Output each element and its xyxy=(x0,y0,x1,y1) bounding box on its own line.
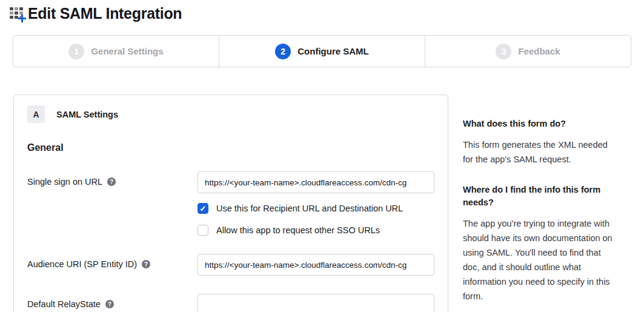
step-number-badge: 1 xyxy=(68,44,84,59)
help-section: Where do I find the info this form needs… xyxy=(463,184,616,304)
help-section: What does this form do? This form genera… xyxy=(463,118,616,167)
other-sso-checkbox-label: Allow this app to request other SSO URLs xyxy=(216,225,380,235)
relay-state-input[interactable] xyxy=(198,294,434,312)
group-title-general: General xyxy=(27,142,434,153)
sso-url-input[interactable] xyxy=(198,171,434,193)
main-content: A SAML Settings General Single sign on U… xyxy=(13,95,644,312)
audience-uri-input[interactable] xyxy=(198,254,434,276)
plus-icon xyxy=(18,15,26,22)
step-general-settings[interactable]: 1 General Settings xyxy=(13,36,219,67)
recipient-url-checkbox[interactable] xyxy=(198,203,208,214)
help-heading: What does this form do? xyxy=(463,118,616,130)
app-grid-add-icon xyxy=(10,5,26,22)
step-number-badge: 2 xyxy=(275,44,291,59)
help-panel: What does this form do? This form genera… xyxy=(463,95,616,312)
other-sso-checkbox-row[interactable]: Allow this app to request other SSO URLs xyxy=(198,225,434,236)
section-header: A SAML Settings xyxy=(27,105,434,123)
step-label: General Settings xyxy=(91,46,163,56)
wizard-steps-bar: 1 General Settings 2 Configure SAML 3 Fe… xyxy=(13,35,631,67)
page-title: Edit SAML Integration xyxy=(28,5,182,22)
recipient-url-checkbox-label: Use this for Recipient URL and Destinati… xyxy=(216,204,403,213)
page-header: Edit SAML Integration xyxy=(0,0,644,22)
step-feedback[interactable]: 3 Feedback xyxy=(425,36,631,67)
step-configure-saml[interactable]: 2 Configure SAML xyxy=(219,36,425,67)
field-row-relay-state: Default RelayState ? If no value is set,… xyxy=(27,294,434,312)
section-letter-badge: A xyxy=(27,105,45,123)
field-row-audience-uri: Audience URI (SP Entity ID) ? xyxy=(27,254,434,276)
step-number-badge: 3 xyxy=(496,44,511,59)
saml-settings-card: A SAML Settings General Single sign on U… xyxy=(13,95,448,312)
relay-state-label: Default RelayState xyxy=(27,299,101,309)
field-row-sso-url: Single sign on URL ? Use this for Recipi… xyxy=(27,171,434,236)
section-title: SAML Settings xyxy=(56,110,118,119)
audience-uri-help-icon[interactable]: ? xyxy=(142,260,150,268)
recipient-url-checkbox-row[interactable]: Use this for Recipient URL and Destinati… xyxy=(198,203,434,214)
sso-url-help-icon[interactable]: ? xyxy=(107,178,116,186)
step-label: Configure SAML xyxy=(297,46,369,56)
relay-state-help-icon[interactable]: ? xyxy=(105,300,114,308)
other-sso-checkbox[interactable] xyxy=(198,225,208,236)
sso-url-label: Single sign on URL xyxy=(27,177,102,187)
help-body: This form generates the XML needed for t… xyxy=(463,138,616,167)
help-heading: Where do I find the info this form needs… xyxy=(463,184,616,208)
audience-uri-label: Audience URI (SP Entity ID) xyxy=(27,259,137,269)
help-body: The app you're trying to integrate with … xyxy=(463,216,616,304)
step-label: Feedback xyxy=(518,46,560,56)
